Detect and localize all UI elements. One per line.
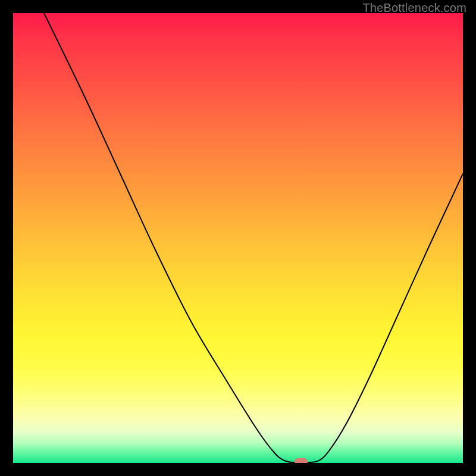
bottleneck-curve: [13, 13, 463, 463]
optimum-marker: [295, 458, 308, 463]
chart-frame: TheBottleneck.com: [0, 0, 476, 476]
plot-area: [13, 13, 463, 463]
